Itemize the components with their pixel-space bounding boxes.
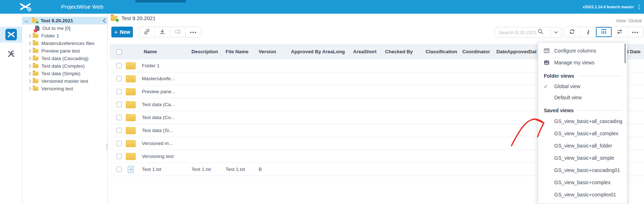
document-actions-group: ••• — [139, 27, 201, 37]
row-checkbox[interactable] — [116, 89, 122, 94]
cell-name[interactable]: Versioned m... — [140, 141, 191, 146]
tree-item-test-data-complex[interactable]: Test data (Complex) — [22, 62, 107, 70]
section-divider — [577, 110, 622, 111]
column-header-arealong[interactable]: AreaLong — [322, 44, 353, 59]
breadcrumb: Test 9.20.2021 — [111, 15, 156, 21]
download-icon — [159, 28, 166, 36]
folder-icon — [126, 153, 136, 160]
tree-item-versioning-test[interactable]: Versioning test — [22, 85, 107, 92]
tree-item-label: Masters&references files — [41, 41, 95, 46]
column-header-file-name[interactable]: File Name — [226, 44, 259, 59]
folder-icon — [33, 56, 38, 60]
folder-icon — [32, 19, 38, 23]
menu-item-gs-view-basic-cascading01[interactable]: GS_view_basic+cascading01 — [538, 164, 627, 176]
menu-item-gs-view-basic-all-folder[interactable]: GS_view_basic+all_folder — [538, 140, 627, 152]
new-button[interactable]: + New — [111, 27, 133, 37]
menu-item-gs-view-basic-all-simple[interactable]: GS_view_basic+all_simple — [538, 152, 627, 164]
folder-icon — [126, 88, 136, 95]
folder-tree: Test 9.20.2021 Out to me [0] Folder 1Mas… — [22, 14, 108, 204]
search-input[interactable] — [495, 30, 537, 35]
column-header-classification[interactable]: Classification — [426, 44, 462, 59]
rail-item-documents[interactable] — [0, 27, 22, 42]
menu-item-gs-view-basic-all-complex[interactable]: GS_view_basic+all_complex — [538, 127, 627, 140]
menu-item-gs-view-basic-complex[interactable]: GS_view_basic+complex — [538, 176, 627, 189]
tree-item-masters-references-files[interactable]: Masters&references files — [22, 40, 107, 47]
cell-name[interactable]: Test data (Co... — [140, 115, 191, 120]
cell-name[interactable]: Preview pane... — [140, 89, 191, 94]
tree-item-test-data-cascading[interactable]: Test data (Cascading) — [22, 55, 107, 62]
menu-item-manage-my-views[interactable]: Manage my views — [538, 56, 627, 68]
chevron-right-icon[interactable] — [28, 80, 31, 83]
column-header-dateapproved[interactable]: DateApproved — [496, 44, 529, 59]
column-header-areashort[interactable]: AreaShort — [353, 44, 385, 59]
tree-collapse-button[interactable] — [103, 17, 107, 24]
column-header-d-date[interactable]: d Date — [626, 44, 644, 59]
search-icon[interactable] — [537, 28, 544, 36]
app-top-bar: ProjectWise Web v2022.1.14.4 branch mast… — [0, 0, 644, 14]
chevron-right-icon[interactable] — [28, 34, 31, 38]
row-checkbox[interactable] — [116, 128, 122, 133]
menu-scrollbar-thumb[interactable] — [624, 44, 626, 63]
rail-item-tools[interactable] — [0, 47, 22, 63]
menu-section-header: Saved views — [538, 106, 627, 115]
rename-button-disabled[interactable] — [170, 27, 186, 37]
chevron-right-icon[interactable] — [28, 57, 31, 60]
tree-item-root[interactable]: Test 9.20.2021 — [22, 17, 107, 24]
topbar-kebab-menu-icon[interactable]: ⋮ — [636, 3, 642, 10]
refresh-button[interactable] — [564, 27, 580, 37]
row-checkbox[interactable] — [116, 167, 122, 172]
menu-item-gs-view-basic-complex01[interactable]: GS_view_basic+complex01 — [538, 189, 627, 201]
text-file-icon — [128, 166, 134, 173]
folder-icon — [126, 101, 136, 108]
change-state-button[interactable] — [612, 27, 627, 37]
menu-item-default-view[interactable]: Default view — [538, 92, 627, 103]
cell-name[interactable]: Masters&refe... — [140, 76, 191, 81]
select-all-checkbox[interactable] — [116, 49, 122, 55]
chevron-right-icon[interactable] — [28, 64, 31, 68]
info-button[interactable]: i — [580, 27, 596, 37]
download-button[interactable] — [155, 27, 170, 37]
row-checkbox[interactable] — [116, 115, 122, 120]
chevron-right-icon[interactable] — [28, 87, 31, 91]
columns-views-button[interactable] — [596, 27, 612, 37]
menu-item-label: Configure columns — [554, 48, 596, 54]
menu-item-global-view[interactable]: ✓Global view — [538, 81, 627, 92]
column-header-name[interactable]: Name — [140, 44, 191, 59]
more-view-actions-button[interactable]: ••• — [627, 27, 643, 37]
attach-link-button[interactable] — [139, 27, 155, 37]
menu-item-gs-view-basic-all-cascading[interactable]: GS_view_basic+all_cascading — [538, 115, 627, 127]
tree-item-out-to-me[interactable]: Out to me [0] — [22, 24, 107, 32]
menu-item-label: GS_view_basic+all_complex — [554, 131, 618, 136]
row-checkbox[interactable] — [116, 141, 122, 146]
ellipsis-icon: ••• — [632, 30, 639, 35]
chevron-right-icon[interactable] — [28, 42, 31, 45]
more-actions-button[interactable]: ••• — [186, 27, 201, 37]
row-checkbox[interactable] — [116, 102, 122, 107]
menu-item-configure-columns[interactable]: Configure columns — [538, 45, 627, 56]
chevron-right-icon[interactable] — [28, 49, 31, 53]
row-checkbox[interactable] — [116, 76, 122, 81]
chevron-right-icon[interactable] — [28, 72, 31, 76]
column-header-coordinator[interactable]: Coordinator — [462, 44, 496, 59]
cell-name[interactable]: Test data (Ca... — [140, 102, 191, 107]
cell-name[interactable]: Versioning test — [140, 154, 191, 159]
cell-name[interactable]: Test data (Si... — [140, 128, 191, 133]
row-checkbox[interactable] — [116, 154, 122, 159]
tree-item-folder-1[interactable]: Folder 1 — [22, 32, 107, 40]
cell-name[interactable]: Folder 1 — [140, 63, 191, 68]
pane-resize-handle[interactable] — [106, 144, 107, 149]
tree-item-versioned-master-test[interactable]: Versioned master test — [22, 77, 107, 85]
row-checkbox[interactable] — [116, 63, 122, 68]
search-options-dropdown-button[interactable] — [551, 27, 561, 38]
cell-name[interactable]: Test 1.txt — [140, 167, 191, 172]
tree-item-preview-pane-test[interactable]: Preview pane test — [22, 47, 107, 55]
chevron-down-icon[interactable] — [25, 19, 28, 23]
folder-icon — [126, 114, 136, 121]
folder-icon — [33, 49, 38, 53]
column-header-approved-by[interactable]: Approved By — [291, 44, 322, 59]
tree-item-test-data-simple[interactable]: Test data (Simple) — [22, 70, 107, 77]
column-header-version[interactable]: Version — [259, 44, 291, 59]
column-header-description[interactable]: Description — [191, 44, 226, 59]
column-header-checked-by[interactable]: Checked By — [385, 44, 426, 59]
views-dropdown-menu: Configure columns Manage my views Folder… — [538, 42, 627, 204]
